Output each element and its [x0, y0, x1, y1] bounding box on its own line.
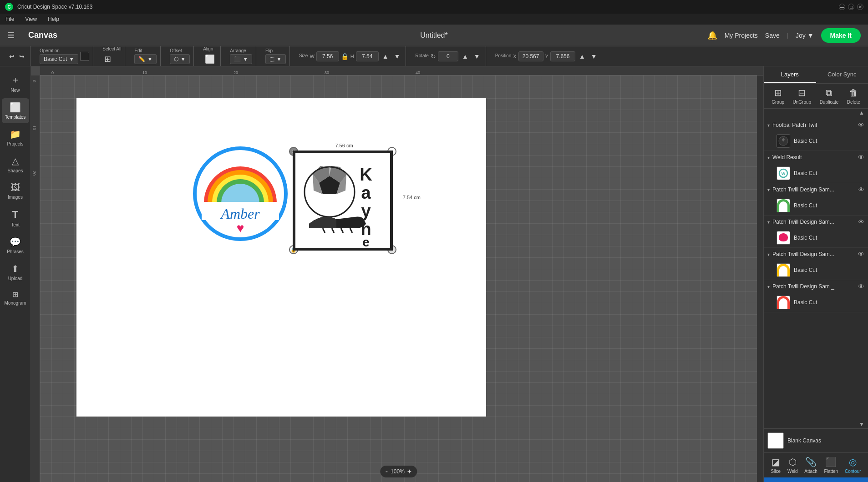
sidebar-item-templates[interactable]: ⬜ Templates [2, 98, 29, 123]
soccer-patch-container[interactable]: ✕ ↻ 🔒 ⤡ 7.56 cm 7.54 cm [293, 144, 396, 251]
size-w-input[interactable]: 7.56 [316, 51, 339, 61]
chevron-down-icon: ▼ [147, 56, 152, 62]
rotate-down-button[interactable]: ▼ [472, 51, 482, 62]
layer-item-5-0[interactable]: Basic Cut [764, 293, 868, 312]
layer-thumb-3-0 [777, 231, 790, 245]
weld-button[interactable]: ⬡ Weld [787, 457, 798, 474]
undo-redo-group: ↩ ↪ [4, 46, 30, 66]
zoom-in-button[interactable]: + [407, 467, 411, 476]
svg-text:a: a [361, 183, 371, 202]
sidebar-item-upload[interactable]: ⬆ Upload [2, 260, 29, 285]
color-swatch[interactable] [80, 52, 89, 61]
pos-up-button[interactable]: ▲ [577, 51, 587, 62]
arrange-group: Arrange ⬛ ▼ [226, 46, 256, 66]
zoom-out-button[interactable]: - [386, 467, 388, 476]
eye-icon-3[interactable]: 👁 [858, 218, 864, 226]
maximize-button[interactable]: □ [848, 4, 854, 10]
ungroup-button[interactable]: ⊟ UnGroup [793, 87, 812, 105]
blank-canvas-swatch[interactable] [767, 432, 784, 449]
eye-icon-0[interactable]: 👁 [858, 121, 864, 129]
my-projects-button[interactable]: My Projects [725, 32, 758, 39]
delete-button[interactable]: 🗑 Delete [847, 88, 860, 105]
make-it-button[interactable]: Make It [821, 28, 861, 43]
offset-dropdown[interactable]: ⬡ ▼ [170, 54, 190, 64]
pos-x-input[interactable] [518, 51, 543, 61]
main-area: ＋ New ⬜ Templates 📁 Projects △ Shapes 🖼 … [0, 66, 868, 482]
layer-item-4-0[interactable]: Basic Cut [764, 261, 868, 280]
tab-color-sync[interactable]: Color Sync [816, 66, 868, 83]
sidebar-item-text[interactable]: T Text [2, 205, 29, 231]
duplicate-icon: ⧉ [826, 88, 832, 98]
arrange-dropdown[interactable]: ⬛ ▼ [230, 54, 252, 64]
align-button[interactable]: ⬜ [203, 52, 217, 66]
layer-item-label-4-0: Basic Cut [794, 267, 864, 273]
pos-down-button[interactable]: ▼ [589, 51, 599, 62]
new-icon: ＋ [11, 74, 20, 86]
eye-icon-2[interactable]: 👁 [858, 186, 864, 193]
offset-group: Offset ⬡ ▼ [166, 46, 194, 66]
arrange-label: Arrange [230, 48, 252, 53]
group-button[interactable]: ⊞ Group [772, 87, 784, 105]
sidebar-item-new[interactable]: ＋ New [2, 70, 29, 96]
notification-icon[interactable]: 🔔 [707, 30, 717, 40]
operation-dropdown[interactable]: Basic Cut ▼ [40, 54, 78, 64]
panel-tabs: Layers Color Sync [764, 66, 868, 84]
eye-icon-5[interactable]: 👁 [858, 283, 864, 290]
contour-button[interactable]: ◎ Contour [845, 457, 861, 474]
layer-group-header-3[interactable]: ▾ Patch Twill Design Sam... 👁 [764, 216, 868, 228]
sidebar-item-shapes[interactable]: △ Shapes [2, 152, 29, 177]
sidebar-item-monogram[interactable]: ⊞ Monogram [2, 286, 29, 309]
pos-y-input[interactable] [550, 51, 575, 61]
contour-icon: ◎ [849, 457, 857, 467]
menu-help[interactable]: Help [46, 15, 61, 23]
flip-dropdown[interactable]: ⬚ ▼ [265, 54, 286, 64]
eye-icon-4[interactable]: 👁 [858, 251, 864, 258]
operation-label: Operation [40, 48, 78, 53]
attach-icon: 📎 [805, 457, 817, 467]
slice-button[interactable]: ◪ Slice [771, 457, 781, 474]
size-down-button[interactable]: ▼ [392, 51, 402, 62]
user-menu-button[interactable]: Joy ▼ [796, 32, 814, 39]
sidebar-item-projects[interactable]: 📁 Projects [2, 125, 29, 150]
sidebar-phrases-label: Phrases [7, 249, 24, 254]
redo-button[interactable]: ↪ [17, 51, 26, 62]
rotate-up-button[interactable]: ▲ [460, 51, 470, 62]
eye-icon-1[interactable]: 👁 [858, 154, 864, 161]
tab-layers[interactable]: Layers [764, 66, 816, 83]
duplicate-button[interactable]: ⧉ Duplicate [820, 88, 839, 105]
yellow-arc [777, 264, 790, 276]
layer-group-header-4[interactable]: ▾ Patch Twill Design Sam... 👁 [764, 248, 868, 261]
layer-group-header-0[interactable]: ▾ Footbal Patch Twil 👁 [764, 119, 868, 131]
title-bar-controls: — □ ✕ [839, 4, 863, 10]
cricut-access-banner[interactable]: ✦ Try Cricut Access for free [764, 477, 868, 482]
layer-group-header-1[interactable]: ▾ Weld Result 👁 [764, 151, 868, 164]
minimize-button[interactable]: — [839, 4, 845, 10]
soccer-patch[interactable]: K a y n e [293, 151, 393, 251]
select-all-button[interactable]: ⊞ [102, 52, 113, 66]
close-button[interactable]: ✕ [857, 4, 863, 10]
edit-dropdown[interactable]: ✏️ ▼ [134, 54, 157, 64]
flatten-button[interactable]: ⬛ Flatten [824, 457, 838, 474]
sidebar-item-images[interactable]: 🖼 Images [2, 179, 29, 203]
layer-item-1-0[interactable]: W Basic Cut [764, 164, 868, 183]
layer-item-2-0[interactable]: Basic Cut [764, 196, 868, 216]
size-h-input[interactable]: 7.54 [356, 51, 379, 61]
hamburger-icon[interactable]: ☰ [7, 30, 15, 40]
save-button[interactable]: Save [765, 32, 780, 39]
layer-group-header-5[interactable]: ▾ Patch Twill Design Sam _ 👁 [764, 280, 868, 293]
layer-item-3-0[interactable]: Basic Cut [764, 228, 868, 248]
amber-patch[interactable]: Amber ♥ [190, 144, 290, 244]
rotate-input[interactable] [438, 51, 458, 61]
menu-file[interactable]: File [4, 15, 16, 23]
chevron-down-icon: ▼ [807, 32, 814, 39]
undo-button[interactable]: ↩ [7, 51, 16, 62]
layer-item-0-0[interactable]: Basic Cut [764, 131, 868, 151]
templates-icon: ⬜ [10, 102, 21, 113]
layer-group-header-2[interactable]: ▾ Patch Twill Design Sam... 👁 [764, 183, 868, 196]
monogram-icon: ⊞ [12, 290, 18, 299]
sidebar-item-phrases[interactable]: 💬 Phrases [2, 233, 29, 258]
menu-view[interactable]: View [23, 15, 39, 23]
size-up-button[interactable]: ▲ [381, 51, 391, 62]
attach-button[interactable]: 📎 Attach [804, 457, 817, 474]
vertical-scrollbar[interactable] [757, 75, 763, 482]
